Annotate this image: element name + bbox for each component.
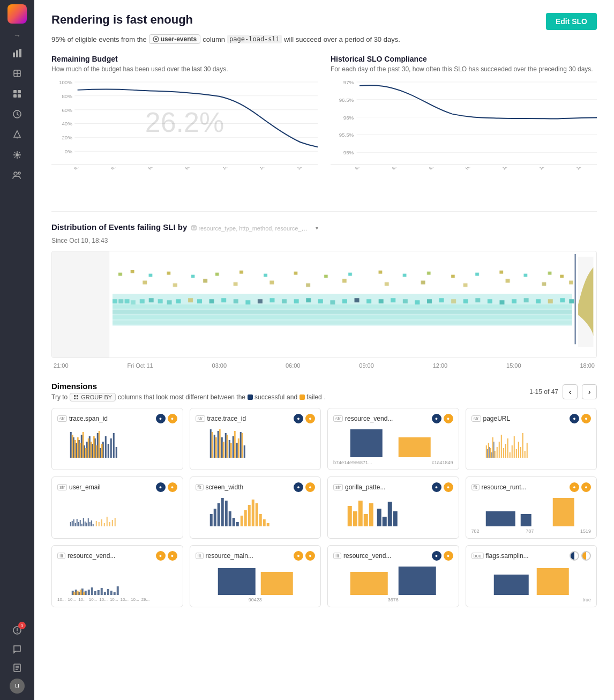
dim-card-flags-samplin[interactable]: boo flags.samplin... ● ● [466, 545, 597, 607]
filter-yellow-btn[interactable]: ● [444, 414, 453, 423]
filter-pill[interactable]: resource_type, http_method, resource_nam… [191, 225, 309, 232]
next-page-button[interactable]: › [582, 384, 597, 399]
svg-rect-250 [485, 511, 515, 526]
filter-blue-btn[interactable]: ● [294, 551, 303, 561]
prev-page-button[interactable]: ‹ [563, 384, 578, 399]
filter-yellow-btn[interactable]: ● [168, 482, 177, 492]
svg-rect-109 [173, 283, 177, 287]
svg-rect-243 [358, 501, 363, 526]
dim-card-resource-runt[interactable]: flt resource_runt... ● ● [466, 476, 597, 539]
svg-rect-176 [350, 429, 383, 457]
sidebar-item-spider[interactable] [9, 146, 26, 163]
svg-rect-145 [72, 435, 73, 458]
svg-rect-57 [475, 273, 479, 276]
dimensions-title: Dimensions [51, 382, 326, 391]
svg-rect-120 [569, 280, 573, 284]
user-avatar[interactable]: U [10, 679, 25, 694]
datasource-name: user-events [161, 35, 197, 43]
sidebar-item-chat[interactable] [9, 641, 26, 658]
dim-chart-svg [57, 495, 177, 527]
app-logo[interactable] [8, 4, 27, 24]
svg-rect-159 [217, 431, 219, 458]
sidebar-item-dashboard[interactable] [9, 85, 26, 102]
edit-slo-button[interactable]: Edit SLO [546, 13, 597, 30]
svg-rect-238 [259, 514, 261, 526]
dim-card-screen-width[interactable]: flt screen_width ● ● [190, 476, 321, 539]
filter-blue-btn[interactable]: ● [570, 551, 579, 561]
datasource-pill[interactable]: user-events [149, 34, 200, 44]
filter-blue-btn[interactable]: ● [432, 482, 441, 492]
dim-card-gorilla-patte[interactable]: str gorilla_patte... ● ● [327, 476, 459, 539]
svg-rect-55 [427, 272, 431, 275]
sidebar-toggle[interactable]: → [10, 28, 24, 43]
filter-yellow-btn[interactable]: ● [168, 551, 177, 561]
svg-rect-270 [80, 590, 82, 595]
dim-card-trace-span-id[interactable]: str trace.span_id ● ● [51, 408, 183, 470]
svg-rect-215 [91, 520, 92, 526]
filter-blue-btn[interactable]: ● [570, 414, 579, 423]
type-badge: flt [196, 484, 204, 490]
dim-controls: ● ● [432, 482, 453, 492]
svg-rect-148 [80, 443, 81, 458]
filter-chevron[interactable]: ▾ [316, 225, 318, 231]
sidebar-item-history[interactable] [9, 106, 26, 123]
svg-rect-124 [77, 395, 78, 397]
filter-yellow-btn[interactable]: ● [305, 551, 315, 561]
dim-name: flags.samplin... [486, 552, 529, 560]
svg-rect-43 [131, 270, 134, 273]
filter-yellow-btn[interactable]: ● [305, 482, 315, 492]
svg-rect-72 [197, 299, 202, 303]
dim-card-trace-trace-id[interactable]: str trace.trace_id ● ● [190, 408, 321, 470]
dim-card-resource-vend-1[interactable]: str resource_vend... ● ● b74e14e9e687 [327, 408, 459, 470]
svg-rect-91 [427, 299, 432, 303]
sidebar-item-packages[interactable] [9, 65, 26, 82]
subtitle-suffix: will succeed over a period of 30 days. [284, 35, 400, 43]
svg-rect-209 [81, 524, 83, 526]
svg-rect-213 [88, 518, 89, 526]
filter-blue-btn[interactable]: ● [432, 551, 441, 561]
dim-card-resource-vend-3[interactable]: flt resource_vend... ● ● 3676 [327, 545, 459, 607]
filter-blue-btn[interactable]: ● [294, 482, 303, 492]
filter-blue-btn[interactable]: ● [570, 482, 579, 492]
filter-blue-btn[interactable]: ● [156, 551, 166, 561]
dim-labels: b74e14e9e6871... c1a41849 [333, 460, 453, 465]
dim-card-resource-vend-2[interactable]: flt resource_vend... ● ● [51, 545, 183, 607]
group-by-pill[interactable]: GROUP BY [70, 393, 116, 401]
svg-rect-116 [421, 280, 425, 284]
svg-rect-187 [505, 444, 506, 458]
pagination-text: 1-15 of 47 [529, 388, 558, 396]
label-0: 782 [471, 528, 480, 534]
svg-rect-166 [243, 445, 245, 458]
svg-rect-46 [191, 275, 195, 278]
xaxis-label-6: 15:00 [506, 362, 521, 369]
filter-yellow-btn[interactable]: ● [581, 482, 591, 492]
type-badge: str [57, 415, 67, 422]
dim-card-header: str user_email ● ● [57, 482, 177, 492]
dim-card-resource-main[interactable]: flt resource_main... ● ● 90423 [190, 545, 321, 607]
filter-yellow-btn[interactable]: ● [168, 414, 177, 423]
filter-yellow-btn[interactable]: ● [444, 551, 453, 561]
filter-blue-btn[interactable]: ● [432, 414, 441, 423]
svg-rect-191 [513, 436, 514, 458]
sidebar-item-notifications[interactable]: 3 [9, 622, 26, 639]
filter-blue-btn[interactable]: ● [156, 414, 166, 423]
svg-rect-65 [131, 300, 136, 304]
dimensions-hint: Try to GROUP BY columns that look most d… [51, 393, 326, 401]
filter-yellow-btn[interactable]: ● [444, 482, 453, 492]
dim-controls: ● ● [156, 482, 177, 492]
svg-rect-269 [77, 591, 79, 595]
dim-card-pageurl[interactable]: str pageURL ● ● [466, 408, 597, 470]
filter-blue-btn[interactable]: ● [294, 414, 303, 423]
sidebar-item-alerts[interactable] [9, 126, 26, 143]
sidebar-item-reports[interactable] [9, 659, 26, 676]
filter-yellow-btn[interactable]: ● [581, 414, 591, 423]
svg-rect-198 [486, 449, 488, 458]
dim-card-user-email[interactable]: str user_email ● ● [51, 476, 183, 539]
svg-rect-61 [560, 275, 564, 278]
filter-blue-btn[interactable]: ● [156, 482, 166, 492]
sidebar-item-analytics[interactable] [9, 44, 26, 62]
filter-yellow-btn[interactable]: ● [305, 414, 315, 423]
filter-yellow-btn[interactable]: ● [581, 551, 591, 561]
sidebar-item-users[interactable] [9, 167, 26, 184]
svg-rect-103 [569, 299, 574, 303]
